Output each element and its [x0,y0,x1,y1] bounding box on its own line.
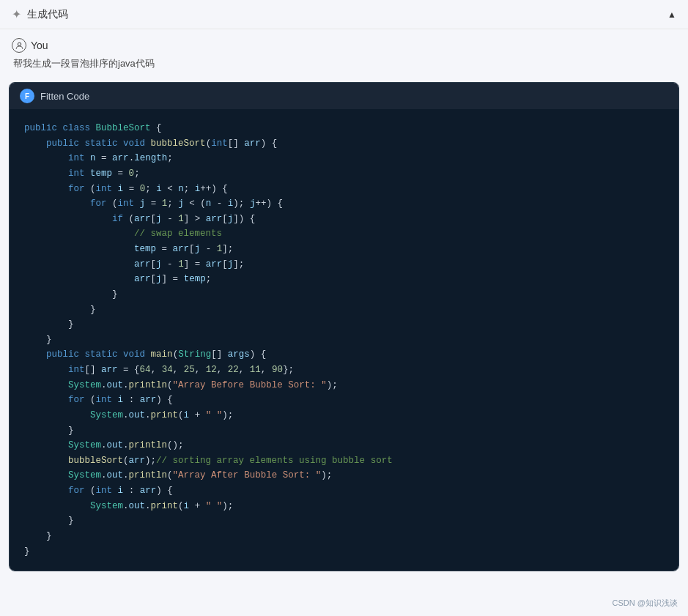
user-name: You [31,40,48,51]
header: ✦ 生成代码 ▲ [0,0,688,29]
user-message: 帮我生成一段冒泡排序的java代码 [12,57,676,70]
sparkle-icon: ✦ [12,7,21,21]
collapse-arrow-icon[interactable]: ▲ [667,10,676,20]
user-avatar-icon [12,38,26,53]
header-title: 生成代码 [27,8,68,21]
watermark: CSDN @知识浅谈 [613,598,678,609]
user-row: You [12,38,676,53]
user-section: You 帮我生成一段冒泡排序的java代码 [0,29,688,76]
code-header: F Fitten Code [10,83,678,109]
code-block[interactable]: public class BubbleSort { public static … [10,109,678,571]
svg-point-0 [18,42,21,45]
code-header-title: Fitten Code [40,91,89,102]
fitten-brand-icon: F [20,89,34,103]
code-section: F Fitten Code public class BubbleSort { … [9,82,679,571]
header-left: ✦ 生成代码 [12,7,68,21]
